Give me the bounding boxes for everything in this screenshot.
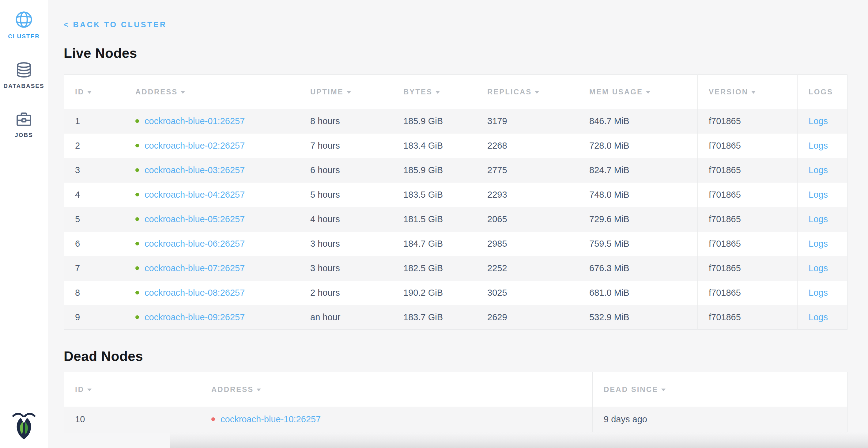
- database-icon: [16, 62, 32, 78]
- bytes-cell: 182.5 GiB: [392, 256, 476, 281]
- column-header-address[interactable]: ADDRESS: [200, 372, 593, 407]
- replicas-cell: 2629: [476, 305, 578, 330]
- briefcase-icon: [16, 112, 32, 127]
- bytes-cell: 183.4 GiB: [392, 133, 476, 158]
- sidebar-item-jobs[interactable]: JOBS: [15, 112, 33, 139]
- column-header-address[interactable]: ADDRESS: [124, 75, 299, 109]
- sort-arrow-icon: [751, 91, 755, 94]
- version-cell: f701865: [698, 256, 798, 281]
- node-address-cell: cockroach-blue-10:26257: [200, 407, 593, 432]
- version-cell: f701865: [698, 109, 798, 133]
- node-address-link[interactable]: cockroach-blue-10:26257: [220, 414, 321, 424]
- dead-status-dot: [211, 417, 215, 421]
- cockroachdb-admin-ui: { "sidebar": { "items": [ { "label": "CL…: [0, 0, 868, 448]
- logs-cell: Logs: [798, 256, 847, 281]
- column-header-bytes[interactable]: BYTES: [392, 75, 476, 109]
- node-id-cell: 9: [64, 305, 124, 330]
- uptime-cell: 6 hours: [299, 158, 392, 183]
- table-row: 5 cockroach-blue-05:26257 4 hours 181.5 …: [64, 207, 847, 232]
- node-address-cell: cockroach-blue-03:26257: [124, 158, 299, 183]
- replicas-cell: 2293: [476, 183, 578, 207]
- dead-nodes-title: Dead Nodes: [64, 349, 847, 364]
- node-id-cell: 7: [64, 256, 124, 281]
- node-address-link[interactable]: cockroach-blue-06:26257: [145, 239, 245, 248]
- live-status-dot: [135, 291, 139, 295]
- logs-cell: Logs: [798, 305, 847, 330]
- node-id-cell: 6: [64, 232, 124, 256]
- column-header-dead-since[interactable]: DEAD SINCE: [593, 372, 847, 407]
- sort-arrow-icon: [347, 91, 351, 94]
- table-header-row: ID ADDRESS DEAD SINCE: [64, 372, 847, 407]
- replicas-cell: 2268: [476, 133, 578, 158]
- table-row: 2 cockroach-blue-02:26257 7 hours 183.4 …: [64, 133, 847, 158]
- logs-link[interactable]: Logs: [809, 116, 828, 126]
- sidebar: CLUSTER DATABASES JOBS: [0, 0, 48, 448]
- replicas-cell: 2775: [476, 158, 578, 183]
- node-address-cell: cockroach-blue-09:26257: [124, 305, 299, 330]
- table-row: 10 cockroach-blue-10:26257 9 days ago: [64, 407, 847, 432]
- uptime-cell: 3 hours: [299, 256, 392, 281]
- mem-usage-cell: 759.5 MiB: [578, 232, 698, 256]
- back-to-cluster-link[interactable]: < BACK TO CLUSTER: [64, 20, 166, 29]
- main-content: < BACK TO CLUSTER Live Nodes ID ADDRESS …: [64, 0, 847, 432]
- node-id-cell: 3: [64, 158, 124, 183]
- uptime-cell: 8 hours: [299, 109, 392, 133]
- column-header-id[interactable]: ID: [64, 372, 200, 407]
- uptime-cell: 7 hours: [299, 133, 392, 158]
- node-address-link[interactable]: cockroach-blue-09:26257: [145, 312, 245, 322]
- live-status-dot: [135, 266, 139, 270]
- live-status-dot: [135, 168, 139, 172]
- sort-arrow-icon: [87, 91, 92, 94]
- table-row: 7 cockroach-blue-07:26257 3 hours 182.5 …: [64, 256, 847, 281]
- logs-link[interactable]: Logs: [809, 263, 828, 273]
- node-address-link[interactable]: cockroach-blue-08:26257: [145, 288, 245, 298]
- version-cell: f701865: [698, 158, 798, 183]
- logs-link[interactable]: Logs: [809, 239, 828, 248]
- node-address-link[interactable]: cockroach-blue-01:26257: [145, 116, 245, 126]
- table-row: 3 cockroach-blue-03:26257 6 hours 185.9 …: [64, 158, 847, 183]
- mem-usage-cell: 846.7 MiB: [578, 109, 698, 133]
- mem-usage-cell: 532.9 MiB: [578, 305, 698, 330]
- table-row: 9 cockroach-blue-09:26257 an hour 183.7 …: [64, 305, 847, 330]
- bytes-cell: 185.9 GiB: [392, 158, 476, 183]
- logs-link[interactable]: Logs: [809, 190, 828, 200]
- node-address-link[interactable]: cockroach-blue-05:26257: [145, 214, 245, 224]
- logs-link[interactable]: Logs: [809, 165, 828, 175]
- node-address-link[interactable]: cockroach-blue-03:26257: [145, 165, 245, 175]
- node-address-link[interactable]: cockroach-blue-02:26257: [145, 141, 245, 150]
- live-status-dot: [135, 193, 139, 197]
- sidebar-item-databases[interactable]: DATABASES: [3, 62, 44, 89]
- node-address-link[interactable]: cockroach-blue-04:26257: [145, 190, 245, 200]
- column-header-mem-usage[interactable]: MEM USAGE: [578, 75, 698, 109]
- table-row: 6 cockroach-blue-06:26257 3 hours 184.7 …: [64, 232, 847, 256]
- uptime-cell: 2 hours: [299, 281, 392, 305]
- dead-since-cell: 9 days ago: [593, 407, 847, 432]
- node-address-link[interactable]: cockroach-blue-07:26257: [145, 263, 245, 273]
- node-id-cell: 4: [64, 183, 124, 207]
- logs-link[interactable]: Logs: [809, 312, 828, 322]
- bytes-cell: 184.7 GiB: [392, 232, 476, 256]
- node-id-cell: 8: [64, 281, 124, 305]
- mem-usage-cell: 728.0 MiB: [578, 133, 698, 158]
- column-header-version[interactable]: VERSION: [698, 75, 798, 109]
- logs-link[interactable]: Logs: [809, 288, 828, 298]
- version-cell: f701865: [698, 207, 798, 232]
- logs-link[interactable]: Logs: [809, 214, 828, 224]
- live-status-dot: [135, 242, 139, 245]
- logs-cell: Logs: [798, 207, 847, 232]
- node-address-cell: cockroach-blue-07:26257: [124, 256, 299, 281]
- bytes-cell: 181.5 GiB: [392, 207, 476, 232]
- live-nodes-table: ID ADDRESS UPTIME BYTES REPLICAS MEM USA…: [64, 74, 847, 330]
- logs-link[interactable]: Logs: [809, 141, 828, 150]
- version-cell: f701865: [698, 232, 798, 256]
- cockroach-logo: [11, 411, 37, 440]
- column-header-replicas[interactable]: REPLICAS: [476, 75, 578, 109]
- logs-cell: Logs: [798, 158, 847, 183]
- sort-arrow-icon: [661, 389, 665, 391]
- mem-usage-cell: 676.3 MiB: [578, 256, 698, 281]
- sidebar-item-cluster[interactable]: CLUSTER: [8, 11, 40, 40]
- column-header-id[interactable]: ID: [64, 75, 124, 109]
- column-header-uptime[interactable]: UPTIME: [299, 75, 392, 109]
- version-cell: f701865: [698, 133, 798, 158]
- table-row: 8 cockroach-blue-08:26257 2 hours 190.2 …: [64, 281, 847, 305]
